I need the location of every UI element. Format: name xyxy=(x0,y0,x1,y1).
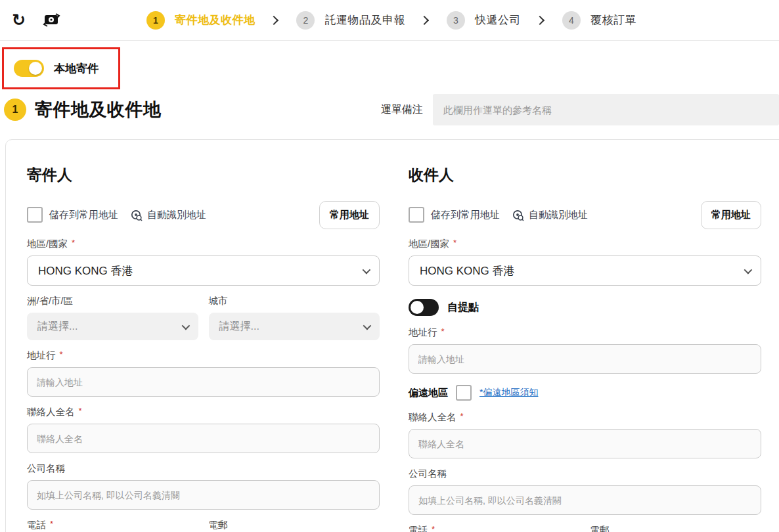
sender-company-label: 公司名稱 xyxy=(27,462,380,475)
sub-header: 本地寄件 1 寄件地及收件地 運單備注 xyxy=(0,41,779,125)
recipient-title: 收件人 xyxy=(409,165,761,185)
remote-area-notice-link[interactable]: *偏遠地區須知 xyxy=(479,387,538,399)
sender-company-field: 公司名稱 xyxy=(27,462,380,510)
waybill-note-label: 運單備注 xyxy=(381,103,423,117)
remote-area-checkbox[interactable] xyxy=(456,385,472,401)
recipient-save-to-frequent-checkbox[interactable] xyxy=(409,207,424,223)
top-bar: ↻ 1 寄件地及收件地 2 託運物品及申報 3 快遞公司 4 覆核訂單 xyxy=(0,0,779,41)
recipient-contact-input[interactable] xyxy=(409,429,761,458)
local-shipping-toggle[interactable] xyxy=(14,60,44,77)
required-asterisk: * xyxy=(72,238,75,250)
recipient-company-input[interactable] xyxy=(409,485,761,515)
sender-auto-detect-label: 自動識別地址 xyxy=(147,209,206,221)
sender-contact-input[interactable] xyxy=(27,424,380,453)
sender-contact-label: 聯絡人全名 * xyxy=(27,406,380,418)
field-label-text: 電郵 xyxy=(209,519,228,531)
remote-area-label: 偏遠地區 xyxy=(409,387,448,399)
recipient-address-input[interactable] xyxy=(409,344,761,374)
required-asterisk: * xyxy=(441,326,445,339)
sender-save-to-frequent-checkbox[interactable] xyxy=(27,207,43,223)
field-label-text: 地區/國家 xyxy=(27,238,68,250)
waybill-note-input[interactable] xyxy=(433,94,779,125)
sender-address-input[interactable] xyxy=(27,367,380,397)
recipient-frequent-address-button[interactable]: 常用地址 xyxy=(701,201,761,229)
recipient-contact-label: 聯絡人全名 * xyxy=(409,411,761,424)
stepper: 1 寄件地及收件地 2 託運物品及申報 3 快遞公司 4 覆核訂單 xyxy=(146,11,636,30)
sender-city-placeholder: 請選擇... xyxy=(219,320,259,334)
sender-phone-field: 電話 * +852 xyxy=(27,519,198,532)
shipment-transfer-icon[interactable] xyxy=(43,12,61,28)
step-2-label: 託運物品及申報 xyxy=(324,12,405,28)
sender-contact-field: 聯絡人全名 * xyxy=(27,406,380,453)
sender-city-label: 城市 xyxy=(209,295,380,307)
refresh-icon[interactable]: ↻ xyxy=(12,12,26,28)
pickup-point-toggle[interactable] xyxy=(409,299,439,316)
recipient-address-options-row: 儲存到常用地址 自動識別地址 常用地址 xyxy=(409,201,761,229)
chevron-down-icon xyxy=(744,265,753,274)
recipient-save-to-frequent-label: 儲存到常用地址 xyxy=(431,209,500,221)
address-detect-icon xyxy=(512,209,524,221)
sender-state-select[interactable]: 請選擇... xyxy=(27,313,198,340)
topbar-icons: ↻ xyxy=(12,12,61,28)
recipient-email-label: 電郵 xyxy=(590,524,762,532)
local-shipping-label: 本地寄件 xyxy=(54,61,99,76)
section-title-row: 1 寄件地及收件地 運單備注 xyxy=(0,94,779,125)
step-1-number: 1 xyxy=(146,11,165,30)
field-label-text: 聯絡人全名 xyxy=(27,406,75,418)
field-label-text: 地址行 xyxy=(27,349,56,362)
address-detect-icon xyxy=(130,209,143,221)
step-2-number: 2 xyxy=(296,11,315,30)
pickup-point-row: 自提點 xyxy=(409,298,761,317)
sender-state-field: 洲/省/市/區 請選擇... xyxy=(27,295,198,340)
recipient-auto-detect-address[interactable]: 自動識別地址 xyxy=(512,209,588,221)
recipient-company-field: 公司名稱 xyxy=(409,468,761,515)
sender-auto-detect-address[interactable]: 自動識別地址 xyxy=(130,209,206,221)
sender-region-select[interactable]: HONG KONG 香港 xyxy=(27,255,380,286)
chevron-down-icon xyxy=(181,321,190,330)
sender-phone-label: 電話 * xyxy=(27,519,198,531)
waybill-note-group: 運單備注 xyxy=(381,94,779,125)
required-asterisk: * xyxy=(79,406,82,418)
required-asterisk: * xyxy=(460,411,464,424)
sender-region-value: HONG KONG 香港 xyxy=(38,263,133,278)
step-2[interactable]: 2 託運物品及申報 xyxy=(296,11,405,30)
sender-state-label: 洲/省/市/區 xyxy=(27,295,198,307)
chevron-right-icon xyxy=(420,15,429,24)
required-asterisk: * xyxy=(432,524,435,532)
remote-area-row: 偏遠地區 *偏遠地區須知 xyxy=(409,384,761,402)
field-label-text: 地區/國家 xyxy=(409,238,449,250)
pickup-point-label: 自提點 xyxy=(447,301,479,315)
sender-state-city-row: 洲/省/市/區 請選擇... 城市 請選擇... xyxy=(27,295,380,340)
sender-city-select[interactable]: 請選擇... xyxy=(209,313,380,340)
step-4[interactable]: 4 覆核訂單 xyxy=(562,11,636,30)
field-label-text: 電話 xyxy=(409,524,428,532)
sender-state-placeholder: 請選擇... xyxy=(37,320,78,334)
recipient-region-value: HONG KONG 香港 xyxy=(420,263,515,278)
sender-email-field: 電郵 xyxy=(209,519,380,532)
step-3-number: 3 xyxy=(447,11,465,30)
recipient-email-field: 電郵 xyxy=(590,524,762,532)
recipient-region-select[interactable]: HONG KONG 香港 xyxy=(409,255,761,286)
sender-region-label: 地區/國家 * xyxy=(27,238,380,250)
recipient-address-field: 地址行 * xyxy=(409,326,761,374)
recipient-contact-field: 聯絡人全名 * xyxy=(409,411,761,458)
recipient-phone-field: 電話 * +852 xyxy=(409,524,580,532)
step-3[interactable]: 3 快遞公司 xyxy=(447,11,521,30)
recipient-company-label: 公司名稱 xyxy=(409,468,761,480)
sender-frequent-address-button[interactable]: 常用地址 xyxy=(319,201,380,229)
recipient-region-field: 地區/國家 * HONG KONG 香港 xyxy=(409,238,761,286)
step-3-label: 快遞公司 xyxy=(475,12,521,28)
sender-email-label: 電郵 xyxy=(209,519,380,531)
chevron-down-icon xyxy=(363,265,371,274)
sender-company-input[interactable] xyxy=(27,480,380,510)
sender-save-to-frequent-label: 儲存到常用地址 xyxy=(49,209,118,221)
step-1[interactable]: 1 寄件地及收件地 xyxy=(146,11,256,30)
sender-form: 寄件人 儲存到常用地址 自動識別地址 常用地址 地區/國家 * HON xyxy=(27,156,380,532)
recipient-address-label: 地址行 * xyxy=(409,326,761,339)
field-label-text: 洲/省/市/區 xyxy=(27,295,73,307)
chevron-down-icon xyxy=(363,321,372,330)
recipient-region-label: 地區/國家 * xyxy=(409,238,761,250)
recipient-form: 收件人 儲存到常用地址 自動識別地址 常用地址 地區/國家 * HON xyxy=(409,156,761,532)
required-asterisk: * xyxy=(453,238,456,250)
recipient-phone-label: 電話 * xyxy=(409,524,580,532)
